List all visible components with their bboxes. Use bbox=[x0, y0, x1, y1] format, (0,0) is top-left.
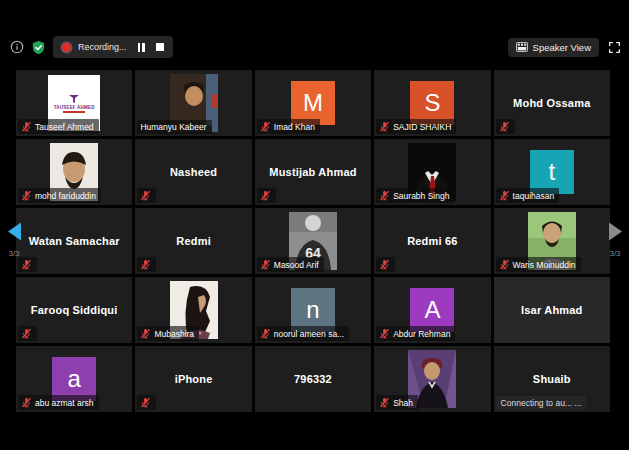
participant-name: noorul ameen sa... bbox=[274, 329, 344, 339]
participant-tile-mustijab-ahmad[interactable]: Mustijab Ahmad bbox=[255, 139, 371, 205]
participant-name-label: Tauseef Ahmed bbox=[18, 119, 99, 134]
muted-mic-icon bbox=[379, 328, 390, 339]
muted-mic-icon bbox=[260, 328, 271, 339]
page-indicator-left: 3/3 bbox=[3, 249, 25, 258]
participant-tile-saurabh-singh[interactable]: Saurabh Singh bbox=[374, 139, 490, 205]
fullscreen-icon[interactable] bbox=[608, 41, 621, 54]
participant-name: abu azmat arsh bbox=[35, 398, 94, 408]
recording-dot-icon bbox=[62, 43, 71, 52]
gallery-nav-right: 3/3 bbox=[604, 222, 626, 258]
logo-underline bbox=[63, 111, 85, 113]
participant-tile-sajid-shaikh[interactable]: SSAJID SHAIKH bbox=[374, 70, 490, 136]
page-indicator-right: 3/3 bbox=[604, 249, 626, 258]
participant-tile-iphone[interactable]: iPhone bbox=[135, 346, 251, 412]
participant-tile-mohd-ossama[interactable]: Mohd Ossama bbox=[494, 70, 610, 136]
participant-tile-shuaib[interactable]: ShuaibConnecting to au... ... bbox=[494, 346, 610, 412]
participant-name-label: Shah bbox=[376, 395, 418, 410]
participant-name-label: Abdur Rehman bbox=[376, 326, 455, 341]
participant-name: Waris Moinuddin bbox=[513, 260, 576, 270]
muted-mic-icon bbox=[21, 259, 32, 270]
participant-name-label bbox=[376, 257, 395, 272]
participant-tile-masood-arif[interactable]: 64Masood Arif bbox=[255, 208, 371, 274]
avatar-initial: n bbox=[306, 296, 319, 324]
avatar-initial: S bbox=[424, 89, 440, 117]
next-page-arrow-icon[interactable] bbox=[608, 222, 623, 241]
participant-name: Mubashira bbox=[154, 329, 194, 339]
participant-name-label bbox=[137, 188, 156, 203]
participant-tile-waris-moinuddin[interactable]: Waris Moinuddin bbox=[494, 208, 610, 274]
participant-tile-noorul-ameen-sa[interactable]: nnoorul ameen sa... bbox=[255, 277, 371, 343]
avatar-initial: M bbox=[303, 89, 323, 117]
participant-tile-796332[interactable]: 796332 bbox=[255, 346, 371, 412]
participant-name: Imad Khan bbox=[274, 122, 315, 132]
participant-tile-mohd-fariduddin[interactable]: mohd fariduddin bbox=[16, 139, 132, 205]
participant-name-label bbox=[137, 257, 156, 272]
participant-tile-nasheed[interactable]: Nasheed bbox=[135, 139, 251, 205]
info-icon[interactable] bbox=[10, 40, 24, 54]
muted-mic-icon bbox=[140, 259, 151, 270]
muted-mic-icon bbox=[260, 259, 271, 270]
participant-name: Abdur Rehman bbox=[393, 329, 450, 339]
participant-name: taquihasan bbox=[513, 191, 555, 201]
logo-text: TAUSEEF AHMED bbox=[54, 105, 95, 110]
participant-tile-taquihasan[interactable]: ttaquihasan bbox=[494, 139, 610, 205]
participant-tile-abu-azmat-arsh[interactable]: aabu azmat arsh bbox=[16, 346, 132, 412]
participant-name-label bbox=[496, 119, 515, 134]
participant-name-label: SAJID SHAIKH bbox=[376, 119, 456, 134]
pause-recording-icon[interactable] bbox=[138, 43, 145, 52]
avatar-initial: A bbox=[424, 296, 440, 324]
speaker-view-icon bbox=[516, 42, 528, 52]
participant-name-label bbox=[18, 326, 37, 341]
participant-tile-redmi-66[interactable]: Redmi 66 bbox=[374, 208, 490, 274]
participant-tile-mubashira[interactable]: Mubashira bbox=[135, 277, 251, 343]
muted-mic-icon bbox=[379, 121, 390, 132]
participant-name-label: Mubashira bbox=[137, 326, 199, 341]
prev-page-arrow-icon[interactable] bbox=[7, 222, 22, 241]
participant-tile-abdur-rehman[interactable]: AAbdur Rehman bbox=[374, 277, 490, 343]
participants-grid: TAUSEEF AHMEDTauseef AhmedHumanyu Kabeer… bbox=[16, 70, 610, 412]
participant-name-label: Imad Khan bbox=[257, 119, 320, 134]
connecting-audio-status: Connecting to au... ... bbox=[496, 396, 587, 410]
encryption-shield-icon[interactable] bbox=[31, 40, 46, 55]
participant-name: Humanyu Kabeer bbox=[140, 122, 206, 132]
participant-name: 796332 bbox=[255, 346, 371, 412]
muted-mic-icon bbox=[140, 190, 151, 201]
participant-name-label bbox=[257, 188, 276, 203]
stop-recording-icon[interactable] bbox=[156, 43, 164, 51]
participant-name-label: noorul ameen sa... bbox=[257, 326, 349, 341]
participant-name: Shah bbox=[393, 398, 413, 408]
participant-tile-redmi[interactable]: Redmi bbox=[135, 208, 251, 274]
participant-name-label: Masood Arif bbox=[257, 257, 324, 272]
participant-name: Isar Ahmad bbox=[494, 277, 610, 343]
muted-mic-icon bbox=[379, 190, 390, 201]
logo-mark-icon bbox=[68, 94, 80, 104]
participant-name-label bbox=[18, 257, 37, 272]
participant-name: Saurabh Singh bbox=[393, 191, 449, 201]
participant-tile-humanyu-kabeer[interactable]: Humanyu Kabeer bbox=[135, 70, 251, 136]
recording-indicator: Recording... bbox=[53, 36, 173, 58]
participant-name: mohd fariduddin bbox=[35, 191, 96, 201]
participant-tile-imad-khan[interactable]: MImad Khan bbox=[255, 70, 371, 136]
participant-name-label: Humanyu Kabeer bbox=[137, 120, 211, 134]
muted-mic-icon bbox=[379, 259, 390, 270]
muted-mic-icon bbox=[379, 397, 390, 408]
avatar-initial: t bbox=[548, 158, 555, 186]
meeting-topbar: Recording... Speaker View bbox=[10, 34, 621, 60]
participant-name-label: taquihasan bbox=[496, 188, 560, 203]
muted-mic-icon bbox=[21, 190, 32, 201]
muted-mic-icon bbox=[21, 121, 32, 132]
participant-tile-tauseef-ahmed[interactable]: TAUSEEF AHMEDTauseef Ahmed bbox=[16, 70, 132, 136]
muted-mic-icon bbox=[140, 397, 151, 408]
gallery-nav-left: 3/3 bbox=[3, 222, 25, 258]
speaker-view-label: Speaker View bbox=[533, 42, 591, 53]
participant-name: Tauseef Ahmed bbox=[35, 122, 94, 132]
muted-mic-icon bbox=[140, 328, 151, 339]
participant-tile-shah[interactable]: Shah bbox=[374, 346, 490, 412]
participant-tile-isar-ahmad[interactable]: Isar Ahmad bbox=[494, 277, 610, 343]
participant-name-label: abu azmat arsh bbox=[18, 395, 99, 410]
speaker-view-button[interactable]: Speaker View bbox=[508, 38, 599, 57]
muted-mic-icon bbox=[260, 190, 271, 201]
participant-tile-watan-samachar[interactable]: Watan Samachar bbox=[16, 208, 132, 274]
muted-mic-icon bbox=[499, 190, 510, 201]
participant-tile-farooq-siddiqui[interactable]: Farooq Siddiqui bbox=[16, 277, 132, 343]
